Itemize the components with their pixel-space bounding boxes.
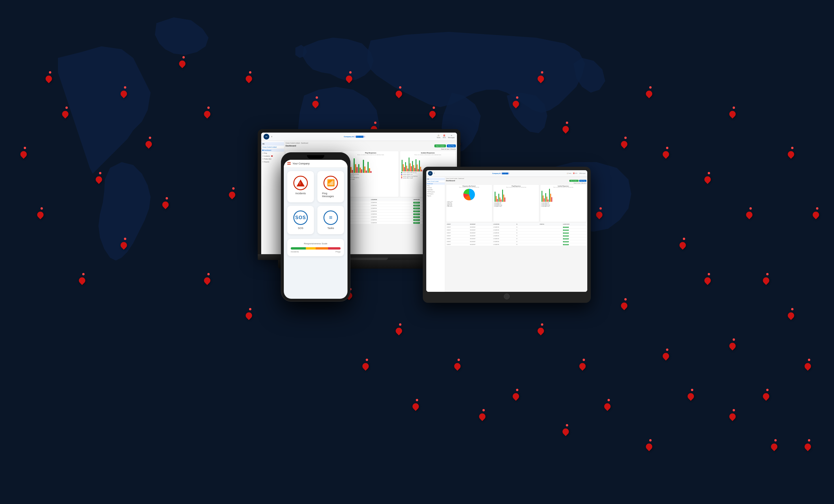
tablet-sidebar-sos-requests[interactable]: SOS Requests <box>426 191 445 193</box>
tablet-device: CC ☰ Company Id ██████ 📋 Tasks 🆘 SOS ✉ M… <box>423 167 591 303</box>
tablet-pie-chart <box>463 189 475 200</box>
bar-orange-3 <box>355 164 356 173</box>
bar-orange-6 <box>369 168 370 173</box>
tasks-list-icon: ≡ <box>329 214 332 221</box>
phone-company-name: Your Company <box>292 162 310 165</box>
tablet-sidebar-incidents[interactable]: Incidents <box>426 187 445 189</box>
tablet-sidebar-reports[interactable]: Reports <box>426 195 445 197</box>
sos-icon-header: 🆘 SOS <box>443 135 446 138</box>
ping-legend: Pings Within KPI (<5 min) Pings Within 1… <box>344 174 397 180</box>
inc-bar-group-4 <box>412 161 415 171</box>
tablet-tasks-icon: 📋 Tasks <box>567 173 571 174</box>
phone-card-tasks[interactable]: ≡ Tasks <box>317 206 344 234</box>
laptop-logo: CC <box>264 134 269 140</box>
inc-bar-green-2 <box>405 162 406 171</box>
bar-red-4 <box>361 169 362 173</box>
phone-card-ping[interactable]: 📶 Ping Messages <box>317 171 344 202</box>
wifi-signal-icon: 📶 <box>327 179 335 187</box>
tablet-ping-chart: Ping Responses Hover on sections of the … <box>493 184 540 222</box>
phone-card-incidents[interactable]: Incidents <box>287 171 314 202</box>
inc-bar-green-1 <box>402 160 402 171</box>
ping-icon-circle: 📶 <box>324 176 338 190</box>
col-location: LOCATION <box>371 199 413 201</box>
tablet-pie-legend: ● Phone: 7.5% ● Text: 2.9% ● Email: 1.6%… <box>447 201 491 207</box>
tablet-new-ping-button[interactable]: New Ping <box>579 180 586 182</box>
inc-bar-orange-3 <box>410 163 411 171</box>
phone-notch <box>307 155 324 159</box>
tablet-responses-subtitle: Hover on sections of the chart to see in… <box>447 187 491 188</box>
tablet-dash-main: Crises Control Limited - Dashboard Dashb… <box>445 177 587 292</box>
inc-bar-group-1 <box>402 160 405 171</box>
laptop-title-bar: Dashboard Start Incident New Ping <box>286 144 456 147</box>
tablet-company-id: Company Id ██████ <box>436 173 566 174</box>
menu-line-3 <box>287 164 291 165</box>
responsiveness-right-label: Pings <box>335 251 341 253</box>
bar-orange-2 <box>350 167 352 173</box>
tablet-home-button[interactable] <box>504 294 510 299</box>
tablet-table-row: EVENT INCIDENT LOCATION N LAUNCHED <box>446 237 586 240</box>
ping-legend-cutoff: Pings Within Cutoff (24 hr) <box>344 177 397 178</box>
start-incident-button[interactable]: Start Incident <box>434 144 446 147</box>
ping-legend-1hr: Pings Within 1 hr <box>344 175 397 177</box>
ping-label: Ping Messages <box>322 192 339 198</box>
tasks-icon-circle: ≡ <box>324 210 338 225</box>
laptop-dash-header: CC ☰ Company Id ██████ 📋 Tasks <box>261 133 457 141</box>
bar-red-6 <box>370 171 372 173</box>
tablet-outer: CC ☰ Company Id ██████ 📋 Tasks 🆘 SOS ✉ M… <box>423 167 591 303</box>
tablet-dashboard: CC ☰ Company Id ██████ 📋 Tasks 🆘 SOS ✉ M… <box>426 170 587 292</box>
laptop-stats-filter: Stats for last: 6 Months <box>286 148 456 150</box>
tablet-sidebar-dashboard[interactable]: Dashboard <box>426 183 445 185</box>
tablet-table-row: EVENT INCIDENT LOCATION N LAUNCHED <box>446 232 586 234</box>
tablet-action-buttons: Start Incident New Ping <box>569 180 586 182</box>
incident-chart-subtitle: Hover on sections of the chart to see in… <box>401 154 455 156</box>
tablet-sidebar-header: VN <box>426 178 445 180</box>
ping-legend-after: Pings After Cutoff <box>344 179 397 180</box>
tablet-responses-chart: Responses By Channel Hover on sections o… <box>446 184 492 222</box>
laptop-company-id: Company Id ██████ <box>274 136 435 138</box>
laptop-header-icons: 📋 Tasks 🆘 SOS ✉ Messages <box>437 135 455 138</box>
inc-bar-red-5 <box>418 169 419 171</box>
bar-red-3 <box>356 167 358 173</box>
tablet-sidebar-ping[interactable]: Ping <box>426 185 445 187</box>
bar-orange-4 <box>360 168 361 173</box>
ping-chart-subtitle: Hover on sections of the chart to see in… <box>344 154 397 156</box>
laptop-page-title: Dashboard <box>286 145 296 147</box>
tablet-col-location: LOCATION <box>493 223 516 225</box>
sidebar-item-dashboard[interactable]: Dashboard <box>261 149 284 152</box>
tasks-label: Tasks <box>327 227 334 230</box>
phone-menu-icon[interactable] <box>287 162 291 165</box>
tablet-charts-row: Responses By Channel Hover on sections o… <box>446 184 586 222</box>
phone-header: Your Company <box>284 160 348 168</box>
responsiveness-left-label: Incidents <box>291 251 299 253</box>
inc-bar-group-5 <box>416 159 419 171</box>
content-area: CC ☰ Company Id ██████ 📋 Tasks <box>0 0 834 504</box>
inc-bar-red-4 <box>414 168 415 171</box>
tablet-col-launched: LAUNCHED <box>563 223 586 225</box>
bar-group-6 <box>368 162 372 173</box>
inc-bar-red-6 <box>421 170 422 171</box>
tablet-page-title: Dashboard <box>446 180 455 182</box>
incidents-label: Incidents <box>295 192 306 195</box>
tablet-table-row: EVENT INCIDENT LOCATION N LAUNCHED <box>446 226 586 229</box>
phone-icon-grid: Incidents 📶 Ping Messages <box>287 171 344 234</box>
sos-icon-circle: SOS <box>293 210 308 225</box>
bar-group-3 <box>354 158 358 173</box>
bar-group-5 <box>363 160 367 173</box>
tablet-start-incident-button[interactable]: Start Incident <box>569 180 578 182</box>
tablet-col-n: N <box>516 223 539 225</box>
new-ping-button[interactable]: New Ping <box>447 144 456 147</box>
tablet-dash-header: CC ☰ Company Id ██████ 📋 Tasks 🆘 SOS ✉ M… <box>426 170 587 177</box>
tablet-sos-icon: 🆘 SOS <box>573 173 577 174</box>
bar-green-5 <box>363 160 364 173</box>
tablet-ping-legend: ● Pings Within KPI ● Pings Within 1 hr ●… <box>494 202 539 207</box>
tablet-messages-icon: ✉ Messages <box>579 173 586 174</box>
phone-card-sos[interactable]: SOS SOS <box>287 206 314 234</box>
tablet-sidebar-icp[interactable]: ICP Reports <box>426 193 445 195</box>
bar-green-4 <box>358 164 359 173</box>
tablet-sidebar-public-alert[interactable]: Public Alert <box>426 189 445 191</box>
warning-triangle-icon <box>297 180 305 186</box>
menu-line-1 <box>287 162 291 163</box>
inc-bar-green-4 <box>412 161 413 171</box>
tablet-col-status: STATUS <box>540 223 563 225</box>
tablet-table-row: EVENT INCIDENT LOCATION N LAUNCHED <box>446 243 586 246</box>
